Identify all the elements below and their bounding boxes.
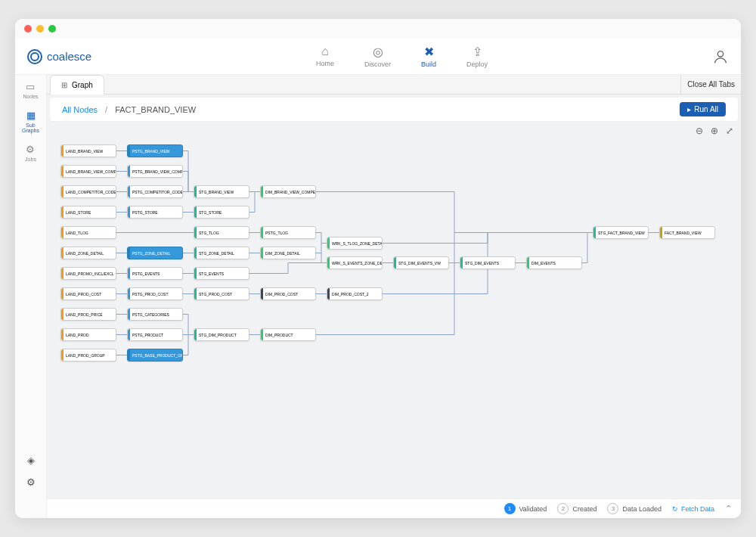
graph-node[interactable]: PSTG_COMPETITOR_CODES	[127, 185, 183, 198]
main-content: ⊞ Graph Close All Tabs All Nodes / FACT_…	[47, 75, 741, 518]
status-created: 2 Created	[557, 503, 596, 514]
graph-node[interactable]: DIM_PRODUCT	[260, 328, 316, 341]
graph-node[interactable]: LAND_PROD	[60, 328, 116, 341]
tab-bar: ⊞ Graph Close All Tabs	[47, 75, 741, 95]
graph-node[interactable]: LAND_PROMO_INCL/EXCL	[60, 267, 116, 280]
jobs-icon: ⚙	[26, 144, 35, 155]
graph-node[interactable]: LAND_STORE	[60, 206, 116, 219]
graph-node[interactable]: LAND_PROD_PRICE	[60, 308, 116, 321]
status-bar: 1 Validated 2 Created 3 Data Loaded ↻ Fe…	[47, 498, 741, 518]
refresh-icon: ↻	[672, 505, 678, 513]
fullscreen-button[interactable]: ⤢	[726, 126, 733, 136]
git-icon[interactable]: ◈	[27, 455, 35, 466]
graph-node[interactable]: FACT_BRAND_VIEW	[659, 226, 715, 239]
graph-node[interactable]: STG_DIM_EVENTS	[460, 256, 516, 269]
play-icon: ▸	[687, 105, 691, 113]
app-title: coalesce	[47, 50, 91, 63]
fetch-data-button[interactable]: ↻ Fetch Data	[672, 505, 714, 513]
graph-node[interactable]: DIM_ZONE_DETAIL	[260, 247, 316, 259]
browser-window: coalesce ⌂ Home ◎ Discover ✖ Build ⇪ Dep…	[15, 19, 741, 518]
grid-icon: ▦	[26, 110, 36, 121]
graph-node[interactable]: LAND_COMPETITOR_CODES	[60, 185, 116, 198]
breadcrumb-current: FACT_BRAND_VIEW	[115, 105, 196, 114]
breadcrumb-bar: All Nodes / FACT_BRAND_VIEW ▸ Run All	[50, 98, 738, 122]
graph-node[interactable]: PSTG_BRAND_VIEW	[127, 144, 183, 157]
status-badge-1: 1	[504, 503, 516, 514]
graph-node[interactable]: STG_DIM_PRODUCT	[194, 328, 249, 341]
nav-home[interactable]: ⌂ Home	[316, 45, 334, 68]
compass-icon: ◎	[373, 45, 383, 59]
nav-discover[interactable]: ◎ Discover	[364, 45, 391, 68]
sidebar-nodes[interactable]: ▭ Nodes	[23, 81, 38, 99]
graph-node[interactable]: DIM_PROD_COST	[260, 287, 316, 300]
graph-node[interactable]: DIM_BRAND_VIEW_COMPE…	[260, 185, 316, 198]
graph-node[interactable]: LAND_PROD_GROUP	[60, 349, 116, 362]
graph-node[interactable]: PSTG_EVENTS	[127, 267, 183, 280]
graph-node[interactable]: PSTG_BRAND_VIEW_COMP…	[127, 165, 183, 178]
nav-build[interactable]: ✖ Build	[421, 45, 436, 68]
topbar: coalesce ⌂ Home ◎ Discover ✖ Build ⇪ Dep…	[15, 39, 741, 75]
graph-node[interactable]: STG_EVENTS	[194, 267, 249, 280]
graph-node[interactable]: PSTG_PRODUCT	[127, 328, 183, 341]
svg-point-0	[717, 51, 723, 56]
graph-node[interactable]: LAND_PROD_COST	[60, 287, 116, 300]
nav-deploy[interactable]: ⇪ Deploy	[466, 45, 488, 68]
graph-node[interactable]: PSTG_CATEGORIES	[127, 308, 183, 321]
sidebar-subgraphs[interactable]: ▦ Sub Graphs	[22, 110, 39, 133]
tab-graph[interactable]: ⊞ Graph	[50, 75, 104, 95]
run-all-button[interactable]: ▸ Run All	[680, 102, 726, 116]
graph-node[interactable]: PSTG_STORE	[127, 206, 183, 219]
graph-node[interactable]: STG_BRAND_VIEW	[194, 185, 249, 198]
graph-node[interactable]: DIM_EVENTS	[526, 256, 582, 269]
canvas-tools: ⊖ ⊕ ⤢	[47, 122, 741, 140]
tools-icon: ✖	[424, 45, 434, 59]
app-body: ▭ Nodes ▦ Sub Graphs ⚙ Jobs ◈ ⚙ ⊞ Graph	[15, 75, 741, 518]
graph-node[interactable]: STG_ZONE_DETAIL	[194, 247, 249, 259]
sidebar-jobs[interactable]: ⚙ Jobs	[25, 144, 36, 162]
home-icon: ⌂	[321, 45, 329, 58]
zoom-out-button[interactable]: ⊖	[696, 126, 703, 136]
graph-node[interactable]: LAND_ZONE_DETAIL	[60, 247, 116, 259]
graph-node[interactable]: WRK_S_TLOG_ZONE_DETAIL	[327, 237, 383, 250]
deploy-icon: ⇪	[472, 45, 482, 59]
graph-node[interactable]: LAND_BRAND_VIEW	[60, 144, 116, 157]
graph-node[interactable]: DIM_PROD_COST_2	[327, 287, 383, 300]
graph-node[interactable]: STG_FACT_BRAND_VIEW	[593, 226, 649, 239]
graph-node[interactable]: LAND_TLOG	[60, 226, 116, 239]
window-chrome	[15, 19, 741, 39]
graph-node[interactable]: LAND_BRAND_VIEW_COMP…	[60, 165, 116, 178]
user-menu[interactable]	[712, 48, 729, 65]
graph-node[interactable]: STG_DIM_EVENTS_VW	[393, 256, 449, 269]
graph-node[interactable]: PSTG_ZONE_DETAIL	[127, 247, 183, 259]
sidebar: ▭ Nodes ▦ Sub Graphs ⚙ Jobs ◈ ⚙	[15, 75, 47, 518]
graph-node[interactable]: STG_STORE	[194, 206, 249, 219]
graph-canvas[interactable]: LAND_BRAND_VIEWLAND_BRAND_VIEW_COMP…LAND…	[47, 140, 741, 518]
status-validated: 1 Validated	[504, 503, 547, 514]
graph-node[interactable]: PSTG_BASE_PRODUCT_GR…	[127, 349, 183, 362]
folder-icon: ▭	[26, 81, 35, 92]
graph-icon: ⊞	[61, 81, 67, 89]
graph-node[interactable]: PSTG_TLOG	[260, 226, 316, 239]
graph-node[interactable]: STG_PROD_COST	[194, 287, 249, 300]
status-badge-2: 2	[557, 503, 569, 514]
settings-icon[interactable]: ⚙	[26, 476, 36, 488]
close-all-tabs-button[interactable]: Close All Tabs	[680, 75, 741, 94]
status-data-loaded: 3 Data Loaded	[607, 503, 662, 514]
app-logo[interactable]: coalesce	[27, 49, 91, 64]
top-nav: ⌂ Home ◎ Discover ✖ Build ⇪ Deploy	[91, 45, 712, 68]
graph-node[interactable]: STG_TLOG	[194, 226, 249, 239]
graph-node[interactable]: WRK_S_EVENTS_ZONE_DE…	[327, 256, 383, 269]
zoom-in-button[interactable]: ⊕	[711, 126, 718, 136]
expand-panel-button[interactable]: ⌃	[725, 504, 732, 514]
breadcrumb-separator: /	[105, 105, 107, 114]
status-badge-3: 3	[607, 503, 618, 514]
logo-icon	[27, 49, 42, 64]
minimize-window-button[interactable]	[36, 25, 44, 33]
maximize-window-button[interactable]	[48, 25, 56, 33]
close-window-button[interactable]	[24, 25, 32, 33]
graph-node[interactable]: PSTG_PROD_COST	[127, 287, 183, 300]
breadcrumb-root[interactable]: All Nodes	[62, 105, 98, 114]
